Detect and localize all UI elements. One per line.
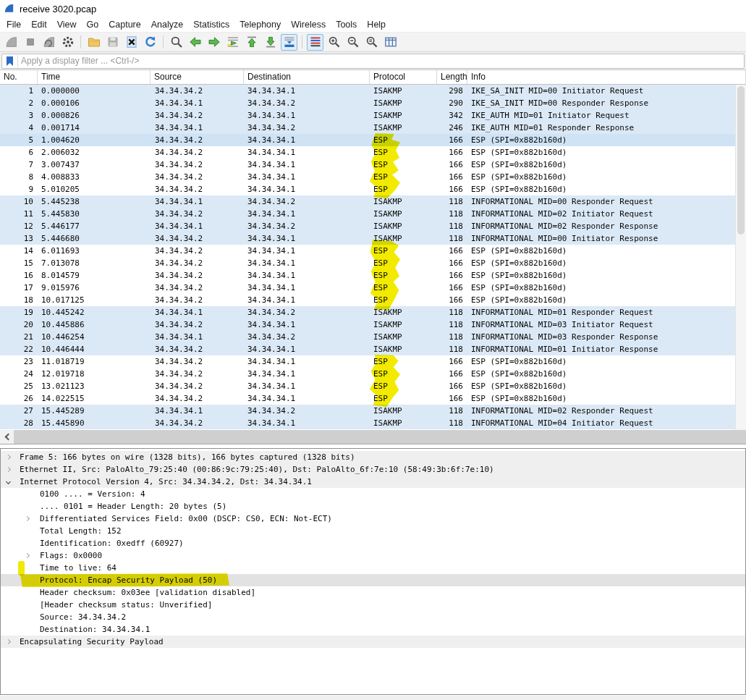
cell-length: 118 (437, 417, 467, 429)
detail-line[interactable]: Time to live: 64 (1, 562, 745, 574)
packet-row-12[interactable]: 125.44617734.34.34.134.34.34.2ISAKMP118I… (0, 220, 746, 232)
vertical-scrollbar-thumb[interactable] (737, 86, 745, 235)
zoom-in-icon[interactable] (326, 34, 342, 51)
menu-item-view[interactable]: View (52, 18, 82, 31)
expand-arrow-icon[interactable] (6, 638, 11, 644)
cell-time: 10.446254 (38, 331, 151, 343)
packet-row-1[interactable]: 10.00000034.34.34.234.34.34.1ISAKMP298IK… (0, 85, 746, 97)
go-last-icon[interactable] (262, 34, 279, 51)
cell-no: 22 (0, 343, 38, 355)
menu-item-analyze[interactable]: Analyze (146, 18, 188, 31)
packet-row-2[interactable]: 20.00010634.34.34.134.34.34.2ISAKMP290IK… (0, 97, 746, 109)
menu-item-go[interactable]: Go (82, 18, 104, 31)
cell-info: ESP (SPI=0x882b160d) (467, 245, 746, 257)
display-filter-input[interactable] (21, 56, 744, 66)
cell-source: 34.34.34.1 (151, 405, 244, 417)
auto-scroll-icon[interactable] (281, 34, 297, 51)
cell-length: 166 (437, 146, 467, 159)
cell-protocol: ISAKMP (370, 109, 437, 122)
column-header-info[interactable]: Info (467, 70, 746, 84)
collapse-arrow-icon[interactable] (6, 478, 11, 484)
menu-item-tools[interactable]: Tools (331, 18, 362, 31)
detail-line[interactable]: Differentiated Services Field: 0x00 (DSC… (1, 513, 745, 525)
cell-source: 34.34.34.2 (151, 343, 244, 355)
packet-row-3[interactable]: 30.00082634.34.34.234.34.34.1ISAKMP342IK… (0, 109, 746, 122)
packet-row-11[interactable]: 115.44583034.34.34.234.34.34.1ISAKMP118I… (0, 208, 746, 220)
cell-source: 34.34.34.2 (151, 245, 244, 257)
menu-item-file[interactable]: File (1, 18, 26, 31)
resize-columns-icon[interactable] (382, 34, 399, 51)
zoom-out-icon[interactable] (344, 34, 361, 51)
packet-row-20[interactable]: 2010.44588634.34.34.234.34.34.1ISAKMP118… (0, 319, 746, 331)
go-to-packet-icon[interactable] (224, 34, 241, 51)
expand-arrow-icon[interactable] (25, 552, 30, 557)
go-back-icon[interactable] (187, 34, 203, 51)
cell-time: 0.000106 (38, 97, 151, 109)
packet-row-18[interactable]: 1810.01712534.34.34.234.34.34.1ESP166ESP… (0, 294, 746, 306)
detail-line[interactable]: Flags: 0x0000 (1, 549, 745, 562)
expand-arrow-icon[interactable] (25, 515, 30, 520)
horizontal-scrollbar-thumb[interactable] (14, 430, 746, 444)
detail-line[interactable]: Identification: 0xedff (60927) (1, 537, 745, 549)
cell-length: 118 (437, 208, 467, 220)
menu-item-capture[interactable]: Capture (103, 18, 145, 31)
packet-row-21[interactable]: 2110.44625434.34.34.134.34.34.2ISAKMP118… (0, 331, 746, 343)
detail-line[interactable]: Destination: 34.34.34.1 (1, 623, 745, 636)
expand-arrow-icon[interactable] (6, 454, 11, 459)
scroll-left-button[interactable] (0, 430, 14, 444)
packet-row-19[interactable]: 1910.44524234.34.34.134.34.34.2ISAKMP118… (0, 306, 746, 319)
detail-line[interactable]: Ethernet II, Src: PaloAlto_79:25:40 (00:… (1, 463, 745, 476)
cell-no: 12 (0, 220, 38, 232)
packet-row-26[interactable]: 2614.02251534.34.34.234.34.34.1ESP166ESP… (0, 392, 746, 405)
detail-line[interactable]: 0100 .... = Version: 4 (1, 488, 745, 500)
packet-row-22[interactable]: 2210.44644434.34.34.234.34.34.1ISAKMP118… (0, 343, 746, 355)
filter-divider (17, 55, 18, 67)
menu-item-edit[interactable]: Edit (26, 18, 52, 31)
packet-row-28[interactable]: 2815.44589034.34.34.234.34.34.1ISAKMP118… (0, 417, 746, 429)
menu-item-telephony[interactable]: Telephony (234, 18, 286, 31)
capture-options-icon[interactable] (59, 34, 76, 51)
zoom-reset-icon[interactable] (363, 34, 380, 51)
display-filter-box[interactable] (1, 54, 745, 69)
cell-source: 34.34.34.1 (151, 331, 244, 343)
detail-line[interactable]: Header checksum: 0x03ee [validation disa… (1, 586, 745, 599)
packet-row-27[interactable]: 2715.44528934.34.34.134.34.34.2ISAKMP118… (0, 405, 746, 417)
cell-protocol: ISAKMP (370, 405, 437, 417)
column-header-time[interactable]: Time (38, 70, 151, 84)
menu-item-statistics[interactable]: Statistics (188, 18, 234, 31)
packet-row-9[interactable]: 95.01020534.34.34.234.34.34.1ESP166ESP (… (0, 183, 746, 195)
packet-row-15[interactable]: 157.01307834.34.34.234.34.34.1ESP166ESP … (0, 257, 746, 269)
cell-time: 2.006032 (38, 146, 151, 159)
go-forward-icon[interactable] (205, 34, 222, 51)
menu-item-help[interactable]: Help (362, 18, 391, 31)
detail-line[interactable]: .... 0101 = Header Length: 20 bytes (5) (1, 500, 745, 513)
column-header-destination[interactable]: Destination (244, 70, 370, 84)
packet-row-10[interactable]: 105.44523834.34.34.134.34.34.2ISAKMP118I… (0, 195, 746, 208)
detail-line[interactable]: [Header checksum status: Unverified] (1, 599, 745, 611)
go-first-icon[interactable] (243, 34, 260, 51)
open-file-icon[interactable] (85, 34, 102, 51)
packet-row-6[interactable]: 62.00603234.34.34.234.34.34.1ESP166ESP (… (0, 146, 746, 159)
find-packet-icon[interactable] (168, 34, 185, 51)
column-header-source[interactable]: Source (151, 70, 244, 84)
detail-line[interactable]: Frame 5: 166 bytes on wire (1328 bits), … (1, 451, 745, 463)
packet-row-4[interactable]: 40.00171434.34.34.134.34.34.2ISAKMP246IK… (0, 122, 746, 134)
cell-time: 8.014579 (38, 269, 151, 282)
detail-line[interactable]: Source: 34.34.34.2 (1, 611, 745, 623)
detail-line[interactable]: Encapsulating Security Payload (1, 636, 745, 648)
detail-line[interactable]: Total Length: 152 (1, 525, 745, 537)
close-file-icon[interactable] (123, 34, 140, 51)
expand-arrow-icon[interactable] (6, 466, 11, 471)
bookmark-icon[interactable] (5, 56, 14, 67)
detail-line[interactable]: Internet Protocol Version 4, Src: 34.34.… (1, 476, 745, 488)
cell-info: ESP (SPI=0x882b160d) (467, 269, 746, 282)
cell-time: 0.000826 (38, 109, 151, 122)
reload-file-icon[interactable] (142, 34, 158, 51)
cell-no: 3 (0, 109, 38, 122)
column-header-protocol[interactable]: Protocol (370, 70, 437, 84)
menu-item-wireless[interactable]: Wireless (286, 18, 331, 31)
column-header-no[interactable]: No. (0, 70, 38, 84)
column-header-length[interactable]: Length (437, 70, 467, 84)
colorize-packets-icon[interactable] (307, 34, 323, 51)
packet-row-23[interactable]: 2311.01871934.34.34.234.34.34.1ESP166ESP… (0, 355, 746, 368)
